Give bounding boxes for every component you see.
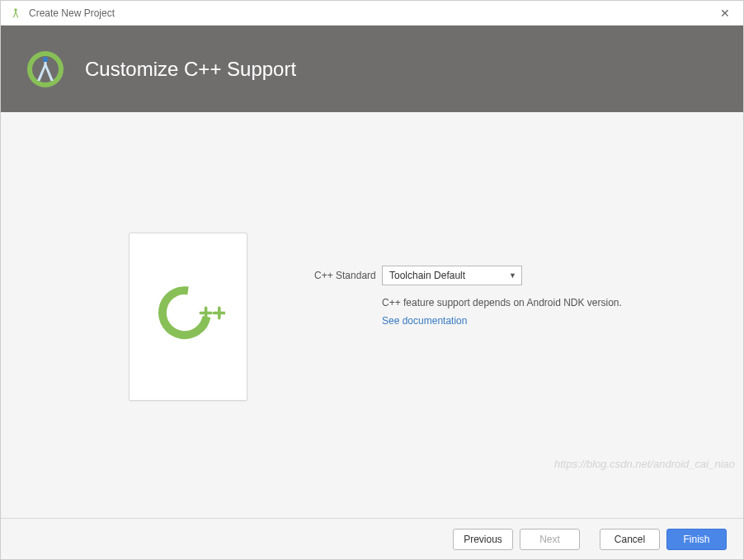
close-icon[interactable]: ✕ xyxy=(715,7,735,20)
dialog-header: Customize C++ Support xyxy=(1,26,743,112)
standard-row: C++ Standard Toolchain Default ▼ xyxy=(314,266,710,285)
svg-point-4 xyxy=(43,56,48,61)
android-studio-icon xyxy=(9,7,22,20)
content-area: C++ Standard Toolchain Default ▼ C++ fea… xyxy=(1,112,743,518)
previous-button[interactable]: Previous xyxy=(453,529,513,550)
svg-rect-5 xyxy=(45,62,47,67)
watermark-text: https://blog.csdn.net/android_cai_niao xyxy=(554,458,735,470)
cpp-illustration-card xyxy=(129,233,247,401)
dialog-footer: Previous Next Cancel Finish xyxy=(1,518,743,559)
cancel-button[interactable]: Cancel xyxy=(600,529,660,550)
svg-point-0 xyxy=(14,8,16,11)
page-title: Customize C++ Support xyxy=(85,58,296,81)
standard-label: C++ Standard xyxy=(314,270,382,281)
finish-button[interactable]: Finish xyxy=(666,529,727,550)
svg-rect-1 xyxy=(15,11,16,13)
next-button[interactable]: Next xyxy=(520,529,580,550)
dropdown-value: Toolchain Default xyxy=(389,270,465,281)
window-title: Create New Project xyxy=(29,7,715,19)
cpp-logo-icon xyxy=(151,280,225,354)
android-studio-logo-icon xyxy=(26,49,65,89)
documentation-link[interactable]: See documentation xyxy=(382,315,710,327)
titlebar: Create New Project ✕ xyxy=(1,1,743,26)
chevron-down-icon: ▼ xyxy=(509,271,516,280)
cpp-standard-dropdown[interactable]: Toolchain Default ▼ xyxy=(382,266,522,285)
description-text: C++ feature support depends on Android N… xyxy=(382,297,710,308)
form-area: C++ Standard Toolchain Default ▼ C++ fea… xyxy=(314,266,710,327)
